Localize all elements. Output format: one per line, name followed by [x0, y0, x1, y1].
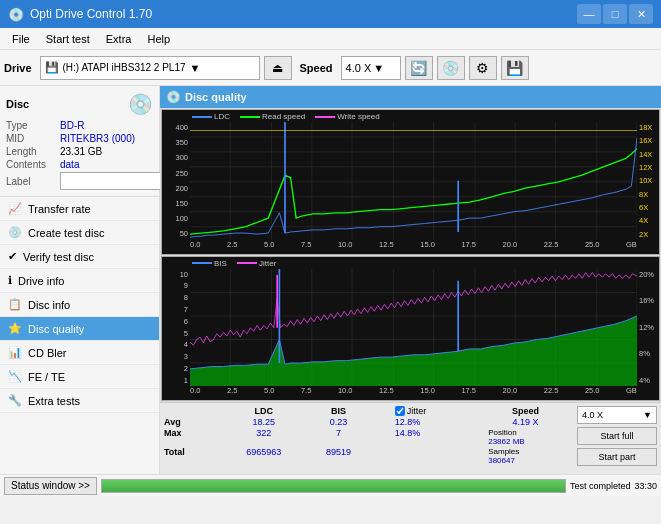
menu-start-test[interactable]: Start test — [38, 31, 98, 47]
create-test-disc-label: Create test disc — [28, 227, 104, 239]
chart-title-text: Disc quality — [185, 91, 247, 103]
start-part-button[interactable]: Start part — [577, 448, 657, 466]
mid-key: MID — [6, 133, 56, 144]
speed-select-val: 4.0 X — [582, 410, 641, 420]
samples-label: Samples — [488, 447, 563, 456]
svg-marker-36 — [190, 316, 637, 387]
sidebar-item-disc-info[interactable]: 📋 Disc info — [0, 293, 159, 317]
rotate-button[interactable]: 🔄 — [405, 56, 433, 80]
disc-icon: 💿 — [128, 92, 153, 116]
disc-button[interactable]: 💿 — [437, 56, 465, 80]
drive-info-icon: ℹ — [8, 274, 12, 287]
mid-value: RITEKBR3 (000) — [60, 133, 135, 144]
chart-area: 💿 Disc quality LDC Read speed — [160, 86, 661, 474]
chart-title-bar: 💿 Disc quality — [160, 86, 661, 108]
extra-tests-icon: 🔧 — [8, 394, 22, 407]
toolbar: Drive 💾 (H:) ATAPI iHBS312 2 PL17 ▼ ⏏ Sp… — [0, 50, 661, 86]
sidebar-item-fe-te[interactable]: 📉 FE / TE — [0, 365, 159, 389]
app-icon: 💿 — [8, 7, 24, 22]
label-key: Label — [6, 176, 56, 187]
sidebar-item-create-test-disc[interactable]: 💿 Create test disc — [0, 221, 159, 245]
max-label: Max — [164, 428, 226, 446]
jitter-legend: Jitter — [259, 259, 276, 268]
bottom-chart: BIS Jitter 10 9 8 7 6 5 4 3 — [161, 256, 660, 402]
sidebar-item-transfer-rate[interactable]: 📈 Transfer rate — [0, 197, 159, 221]
top-chart-svg — [190, 122, 637, 240]
menu-file[interactable]: File — [4, 31, 38, 47]
contents-value: data — [60, 159, 79, 170]
menu-extra[interactable]: Extra — [98, 31, 140, 47]
jitter-checkbox[interactable] — [395, 406, 405, 416]
speed-header: Speed — [488, 406, 563, 416]
fe-te-icon: 📉 — [8, 370, 22, 383]
sidebar: Disc 💿 Type BD-R MID RITEKBR3 (000) Leng… — [0, 86, 160, 474]
avg-ldc: 18.25 — [226, 417, 301, 427]
sidebar-item-drive-info[interactable]: ℹ Drive info — [0, 269, 159, 293]
fe-te-label: FE / TE — [28, 371, 65, 383]
sidebar-nav: 📈 Transfer rate 💿 Create test disc ✔ Ver… — [0, 197, 159, 474]
disc-panel: Disc 💿 Type BD-R MID RITEKBR3 (000) Leng… — [0, 86, 159, 197]
drive-icon: 💾 — [45, 61, 59, 74]
write-speed-legend: Write speed — [337, 112, 380, 121]
y-axis-right-bottom: 20% 16% 12% 8% 4% — [637, 269, 659, 387]
drive-selector[interactable]: 💾 (H:) ATAPI iHBS312 2 PL17 ▼ — [40, 56, 260, 80]
sidebar-item-disc-quality[interactable]: ⭐ Disc quality — [0, 317, 159, 341]
ldc-legend: LDC — [214, 112, 230, 121]
chart-title-icon: 💿 — [166, 90, 181, 104]
speed-label: Speed — [300, 62, 333, 74]
save-button[interactable]: 💾 — [501, 56, 529, 80]
progress-bar — [102, 480, 565, 492]
close-button[interactable]: ✕ — [629, 4, 653, 24]
progress-container — [101, 479, 566, 493]
x-axis-bottom: 0.0 2.5 5.0 7.5 10.0 12.5 15.0 17.5 20.0… — [190, 386, 637, 400]
max-bis: 7 — [301, 428, 376, 446]
disc-info-icon: 📋 — [8, 298, 22, 311]
disc-info-label: Disc info — [28, 299, 70, 311]
speed-select-arrow: ▼ — [643, 410, 652, 420]
sidebar-item-extra-tests[interactable]: 🔧 Extra tests — [0, 389, 159, 413]
controls-right: 4.0 X ▼ Start full Start part — [567, 406, 657, 466]
speed-value: 4.0 X — [346, 62, 372, 74]
speed-selector-bottom[interactable]: 4.0 X ▼ — [577, 406, 657, 424]
max-jitter: 14.8% — [395, 428, 489, 446]
minimize-button[interactable]: — — [577, 4, 601, 24]
eject-button[interactable]: ⏏ — [264, 56, 292, 80]
status-bar: Status window >> Test completed 33:30 — [0, 474, 661, 496]
transfer-rate-label: Transfer rate — [28, 203, 91, 215]
create-test-disc-icon: 💿 — [8, 226, 22, 239]
length-key: Length — [6, 146, 56, 157]
settings-button[interactable]: ⚙ — [469, 56, 497, 80]
drive-dropdown-arrow: ▼ — [190, 62, 201, 74]
contents-key: Contents — [6, 159, 56, 170]
cd-bler-label: CD Bler — [28, 347, 67, 359]
menu-help[interactable]: Help — [139, 31, 178, 47]
sidebar-item-verify-test-disc[interactable]: ✔ Verify test disc — [0, 245, 159, 269]
disc-quality-label: Disc quality — [28, 323, 84, 335]
sidebar-item-cd-bler[interactable]: 📊 CD Bler — [0, 341, 159, 365]
samples-val: 380647 — [488, 456, 563, 465]
status-text: Test completed — [570, 481, 631, 491]
x-axis-top: 0.0 2.5 5.0 7.5 10.0 12.5 15.0 17.5 20.0… — [190, 240, 637, 254]
total-ldc: 6965963 — [226, 447, 301, 465]
menu-bar: File Start test Extra Help — [0, 28, 661, 50]
transfer-rate-icon: 📈 — [8, 202, 22, 215]
verify-test-disc-label: Verify test disc — [23, 251, 94, 263]
total-bis: 89519 — [301, 447, 376, 465]
stats-area: LDC BIS Jitter Speed Avg 18.25 0.23 12.8… — [160, 402, 661, 474]
speed-selector[interactable]: 4.0 X ▼ — [341, 56, 401, 80]
drive-value: (H:) ATAPI iHBS312 2 PL17 — [63, 62, 186, 73]
start-full-button[interactable]: Start full — [577, 427, 657, 445]
drive-info-label: Drive info — [18, 275, 64, 287]
bottom-chart-canvas — [190, 269, 637, 387]
type-key: Type — [6, 120, 56, 131]
status-window-button[interactable]: Status window >> — [4, 477, 97, 495]
total-label: Total — [164, 447, 226, 465]
cd-bler-icon: 📊 — [8, 346, 22, 359]
bis-header: BIS — [301, 406, 376, 416]
type-value: BD-R — [60, 120, 84, 131]
avg-speed: 4.19 X — [488, 417, 563, 427]
read-speed-legend: Read speed — [262, 112, 305, 121]
bottom-chart-svg — [190, 269, 637, 387]
maximize-button[interactable]: □ — [603, 4, 627, 24]
top-chart: LDC Read speed Write speed 400 350 300 — [161, 109, 660, 255]
